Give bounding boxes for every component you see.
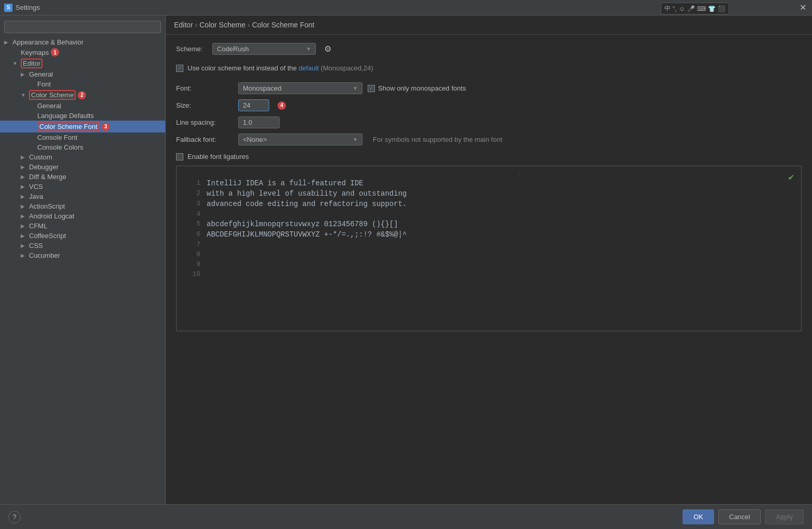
tray-item-5[interactable]: ⌨ [697,5,706,12]
sidebar-item-general[interactable]: ▶ General [0,69,165,79]
preview-line-1: 1 IntelliJ IDEA is a full-featured IDE [185,179,793,187]
size-input[interactable] [238,99,269,111]
font-row: Font: Monospaced ▼ Show only monospaced … [176,82,802,94]
general-sub-label: General [37,102,61,110]
color-scheme-font-label: Color Scheme Font [39,123,97,130]
arrow-java: ▶ [21,194,29,199]
font-label: Font [37,80,51,88]
preview-line-7: 7 [185,241,793,248]
ligatures-row: Enable font ligatures [176,153,802,160]
tray-item-7[interactable]: ⬛ [718,5,726,12]
actionscript-label: ActionScript [29,202,65,210]
fallback-label: Fallback font: [176,136,238,143]
appearance-label: Appearance & Behavior [12,38,83,46]
arrow-cfml: ▶ [21,223,29,229]
ligatures-checkbox[interactable] [176,153,183,160]
size-row: Size: 4 [176,99,802,111]
font-field-label: Font: [176,84,238,92]
sidebar-item-custom[interactable]: ▶ Custom [0,152,165,162]
sidebar: ▶ Appearance & Behavior Keymaps 1 ▼ Edit… [0,16,166,504]
tray-item-4[interactable]: 🎤 [687,5,695,12]
sidebar-item-coffeescript[interactable]: ▶ CoffeeScript [0,231,165,241]
fallback-dropdown[interactable]: <None> ▼ [238,134,363,145]
ok-button[interactable]: OK [683,509,714,524]
fallback-note: For symbols not supported by the main fo… [373,136,502,143]
app-icon: S [4,4,12,12]
cfml-label: CFML [29,222,47,230]
tray-item-1[interactable]: 中 [664,4,671,13]
cucumber-label: Cucumber [29,252,60,259]
sidebar-item-cucumber[interactable]: ▶ Cucumber [0,251,165,260]
sidebar-item-diff-merge[interactable]: ▶ Diff & Merge [0,172,165,182]
default-link[interactable]: default [299,64,319,72]
sidebar-item-general-sub[interactable]: General [0,101,165,111]
line-spacing-label: Line spacing: [176,119,238,126]
sidebar-item-java[interactable]: ▶ Java [0,192,165,201]
arrow-color-scheme: ▼ [21,92,29,98]
search-input[interactable] [4,21,161,33]
settings-form: Scheme: CodeRush ▼ ⚙ Use color scheme fo… [166,35,812,504]
arrow-diff-merge: ▶ [21,174,29,180]
editor-label: Editor [23,60,40,67]
sidebar-item-console-font[interactable]: Console Font [0,133,165,142]
breadcrumb-sep1: › [195,21,198,29]
cancel-button[interactable]: Cancel [718,509,761,524]
content-area: Editor › Color Scheme › Color Scheme Fon… [166,16,812,504]
apply-button[interactable]: Apply [765,509,804,524]
sidebar-item-vcs[interactable]: ▶ VCS [0,182,165,192]
keymaps-label: Keymaps [21,49,49,56]
fallback-dropdown-arrow-icon: ▼ [353,137,358,142]
sidebar-item-debugger[interactable]: ▶ Debugger [0,162,165,172]
window-title: Settings [16,4,40,11]
sidebar-item-cfml[interactable]: ▶ CFML [0,221,165,231]
sidebar-item-actionscript[interactable]: ▶ ActionScript [0,201,165,211]
sidebar-item-language-defaults[interactable]: Language Defaults [0,111,165,121]
sidebar-item-console-colors[interactable]: Console Colors [0,142,165,152]
line-num-6: 6 [185,230,200,239]
checkbox-muted: (Monospaced,24) [321,64,373,72]
console-font-label: Console Font [37,134,77,141]
tray-item-6[interactable]: 👕 [708,5,716,12]
css-label: CSS [29,242,43,249]
gear-button[interactable]: ⚙ [321,43,335,55]
line-spacing-input[interactable] [238,116,280,128]
console-colors-label: Console Colors [37,143,83,151]
line-num-10: 10 [185,270,200,278]
color-scheme-label: Color Scheme [31,91,74,99]
coffeescript-label: CoffeeScript [29,232,66,240]
sidebar-item-color-scheme-font[interactable]: Color Scheme Font 3 [0,121,165,133]
arrow-coffeescript: ▶ [21,233,29,239]
preview-line-3: 3 advanced code editing and refactoring … [185,200,793,208]
line-num-1: 1 [185,179,200,187]
sidebar-item-css[interactable]: ▶ CSS [0,241,165,251]
close-button[interactable]: ✕ [798,3,808,13]
vcs-label: VCS [29,183,43,190]
debugger-label: Debugger [29,163,59,171]
editor-outline: Editor [21,58,42,68]
help-button[interactable]: ? [8,511,21,523]
preview-line-4: 4 [185,210,793,218]
sidebar-item-font[interactable]: Font [0,79,165,89]
show-monospaced-checkbox[interactable] [368,85,375,92]
font-dropdown[interactable]: Monospaced ▼ [238,82,363,94]
line-content-2: with a high level of usability and outst… [207,189,407,198]
use-color-scheme-checkbox[interactable] [176,65,183,72]
color-scheme-font-outline: Color Scheme Font [37,122,99,131]
sidebar-item-editor[interactable]: ▼ Editor [0,57,165,69]
line-spacing-input-area [238,116,280,128]
color-scheme-font-badge: 3 [102,123,110,131]
sidebar-item-keymaps[interactable]: Keymaps 1 [0,47,165,57]
title-bar-left: S Settings [4,4,40,12]
sidebar-item-android-logcat[interactable]: ▶ Android Logcat [0,211,165,221]
dot-separator: · · · · · [185,171,793,177]
scheme-value: CodeRush [217,45,302,53]
sidebar-item-appearance[interactable]: ▶ Appearance & Behavior [0,37,165,47]
scheme-dropdown[interactable]: CodeRush ▼ [212,43,316,55]
sidebar-item-color-scheme[interactable]: ▼ Color Scheme 2 [0,89,165,101]
tray-item-3[interactable]: ☺ [679,5,685,12]
tray-item-2[interactable]: °, [673,5,677,12]
breadcrumb-part3: Color Scheme Font [252,21,315,29]
font-dropdown-arrow-icon: ▼ [353,85,358,91]
arrow-actionscript: ▶ [21,203,29,209]
show-monospaced-row: Show only monospaced fonts [368,84,466,92]
